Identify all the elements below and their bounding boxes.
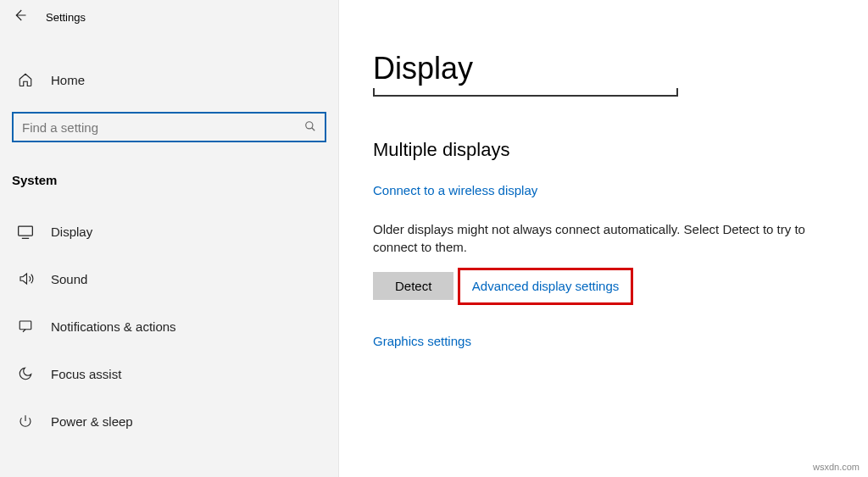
detect-description: Older displays might not always connect … [373, 220, 853, 256]
sidebar-content: Home System Display Sound Notifica [0, 34, 338, 440]
sidebar: Settings Home System Display Soun [0, 0, 339, 477]
nav-label: Power & sleep [51, 414, 133, 429]
page-title: Display [373, 51, 853, 86]
main-content: Display Multiple displays Connect to a w… [339, 0, 868, 477]
title-underline [373, 88, 678, 97]
nav-label: Focus assist [51, 367, 121, 381]
window-title: Settings [46, 11, 86, 24]
nav-label: Notifications & actions [51, 319, 176, 334]
power-icon [17, 413, 34, 430]
sidebar-item-power-sleep[interactable]: Power & sleep [12, 402, 326, 440]
sidebar-item-sound[interactable]: Sound [12, 260, 326, 297]
svg-rect-1 [19, 226, 33, 236]
focus-assist-icon [17, 365, 34, 382]
section-header: System [12, 168, 326, 202]
notifications-icon [17, 318, 34, 335]
search-box[interactable] [12, 112, 326, 142]
highlight-box: Advanced display settings [458, 268, 633, 305]
topbar: Settings [0, 0, 338, 34]
home-nav[interactable]: Home [12, 63, 326, 97]
display-icon [17, 223, 34, 240]
sound-icon [17, 270, 34, 287]
sidebar-item-notifications[interactable]: Notifications & actions [12, 308, 326, 345]
home-label: Home [51, 73, 85, 87]
link-advanced-display-settings[interactable]: Advanced display settings [472, 279, 619, 293]
back-icon[interactable] [12, 8, 27, 27]
detect-button[interactable]: Detect [373, 272, 453, 300]
home-icon [17, 71, 34, 88]
sidebar-item-focus-assist[interactable]: Focus assist [12, 355, 326, 392]
search-icon [304, 120, 316, 135]
svg-point-0 [306, 121, 313, 128]
watermark: wsxdn.com [813, 462, 860, 472]
link-wireless-display[interactable]: Connect to a wireless display [373, 183, 537, 197]
subheading-multiple-displays: Multiple displays [373, 139, 853, 161]
svg-rect-2 [19, 321, 31, 330]
nav-label: Sound [51, 272, 87, 286]
link-graphics-settings[interactable]: Graphics settings [373, 334, 471, 348]
sidebar-item-display[interactable]: Display [12, 213, 326, 250]
search-input[interactable] [22, 120, 304, 135]
nav-label: Display [51, 225, 92, 239]
